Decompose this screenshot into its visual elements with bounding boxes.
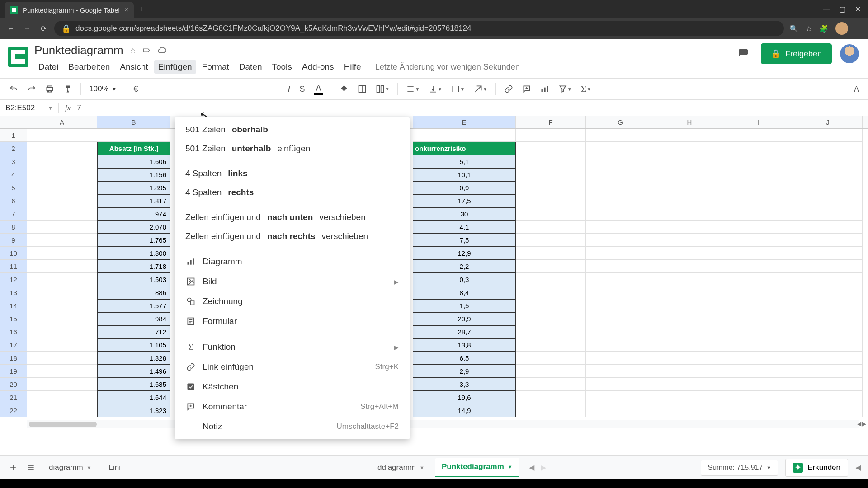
cell[interactable] — [793, 181, 863, 194]
cell[interactable] — [793, 352, 863, 365]
horizontal-scrollbar[interactable] — [27, 420, 859, 428]
currency-button[interactable]: € — [131, 82, 141, 97]
cell[interactable] — [516, 352, 586, 365]
menu-view[interactable]: Ansicht — [116, 60, 152, 74]
cell[interactable] — [655, 365, 724, 378]
cell[interactable] — [655, 181, 724, 194]
cell[interactable] — [586, 312, 655, 325]
cell[interactable] — [793, 404, 863, 417]
cell[interactable] — [586, 338, 655, 352]
cell[interactable] — [793, 273, 863, 286]
cell[interactable]: 2.070 — [97, 221, 170, 234]
cell[interactable] — [655, 378, 724, 391]
col-header-g[interactable]: G — [586, 116, 655, 128]
cell[interactable] — [655, 168, 724, 181]
undo-icon[interactable] — [6, 82, 21, 96]
valign-icon[interactable]: ▼ — [426, 82, 445, 96]
cell[interactable]: 1.300 — [97, 247, 170, 260]
cell[interactable]: 1.323 — [97, 404, 170, 417]
maximize-icon[interactable]: ▢ — [839, 5, 846, 14]
row-header[interactable]: 7 — [0, 207, 27, 221]
functions-icon[interactable]: Σ ▼ — [578, 80, 594, 98]
link-icon[interactable] — [501, 82, 516, 96]
tab-prev-icon[interactable]: ◀ — [529, 463, 534, 472]
cell[interactable]: 3,3 — [413, 378, 516, 391]
col-header-j[interactable]: J — [793, 116, 863, 128]
share-button[interactable]: 🔒 Freigeben — [761, 43, 832, 64]
cell[interactable]: 7,5 — [413, 234, 516, 247]
row-header[interactable]: 4 — [0, 168, 27, 181]
row-header[interactable]: 9 — [0, 234, 27, 247]
cell[interactable] — [655, 247, 724, 260]
cell[interactable] — [516, 365, 586, 378]
cell[interactable]: 14,9 — [413, 404, 516, 417]
cell[interactable] — [724, 273, 793, 286]
menu-edit[interactable]: Bearbeiten — [64, 60, 114, 74]
cell[interactable] — [586, 404, 655, 417]
browser-avatar[interactable] — [835, 22, 848, 35]
cell[interactable] — [793, 168, 863, 181]
cell[interactable] — [586, 299, 655, 312]
insert-cells-right[interactable]: Zellen einfügen und nach rechts verschie… — [175, 227, 410, 246]
cell[interactable] — [793, 234, 863, 247]
rotate-icon[interactable]: ▼ — [471, 82, 490, 96]
italic-icon[interactable]: I — [285, 81, 293, 97]
cell[interactable] — [655, 142, 724, 155]
insert-rows-below[interactable]: 501 Zeilen unterhalb einfügen — [175, 139, 410, 158]
cell[interactable] — [655, 352, 724, 365]
explore-button[interactable]: ✦Erkunden — [785, 459, 848, 477]
row-header[interactable]: 11 — [0, 260, 27, 273]
cell[interactable]: 4,1 — [413, 221, 516, 234]
row-header[interactable]: 1 — [0, 129, 27, 142]
filter-icon[interactable]: ▼ — [556, 82, 575, 96]
cell[interactable] — [793, 207, 863, 221]
cell[interactable] — [724, 391, 793, 404]
cell[interactable] — [724, 234, 793, 247]
row-header[interactable]: 20 — [0, 378, 27, 391]
collapse-toolbar-icon[interactable]: ᐱ — [851, 82, 862, 96]
cell[interactable] — [516, 273, 586, 286]
cell[interactable]: 6,5 — [413, 352, 516, 365]
row-header[interactable]: 2 — [0, 142, 27, 155]
insert-function[interactable]: ΣFunktion▸ — [175, 337, 410, 357]
borders-icon[interactable] — [355, 82, 369, 96]
redo-icon[interactable] — [24, 82, 39, 96]
cell[interactable] — [586, 142, 655, 155]
fill-color-icon[interactable] — [337, 82, 351, 96]
row-header[interactable]: 22 — [0, 404, 27, 417]
cell[interactable] — [724, 404, 793, 417]
cell[interactable] — [724, 325, 793, 338]
spreadsheet-grid[interactable]: A B E F G H I J 123456789101112131415161… — [0, 116, 868, 440]
print-icon[interactable] — [42, 82, 57, 96]
cell[interactable] — [586, 168, 655, 181]
cell[interactable] — [655, 273, 724, 286]
menu-file[interactable]: Datei — [34, 60, 62, 74]
text-color-icon[interactable]: A — [311, 81, 326, 98]
cell[interactable] — [655, 391, 724, 404]
reload-icon[interactable]: ⟳ — [38, 23, 49, 34]
close-window-icon[interactable]: ✕ — [855, 5, 861, 14]
menu-data[interactable]: Daten — [235, 60, 266, 74]
row-header[interactable]: 10 — [0, 247, 27, 260]
cell[interactable] — [516, 391, 586, 404]
star-icon[interactable]: ☆ — [130, 46, 136, 55]
insert-image[interactable]: Bild▸ — [175, 272, 410, 291]
comment-icon[interactable] — [519, 82, 534, 96]
cloud-icon[interactable] — [157, 46, 167, 56]
cell[interactable]: 2,2 — [413, 260, 516, 273]
cell[interactable]: 886 — [97, 286, 170, 299]
cells-area[interactable]: Absatz [in Stk.]onkurrenzrisiko1.6065,11… — [27, 129, 868, 440]
cell[interactable] — [516, 155, 586, 168]
row-header[interactable]: 18 — [0, 352, 27, 365]
cell[interactable] — [586, 260, 655, 273]
cell[interactable] — [586, 234, 655, 247]
sum-box[interactable]: Summe: 715.917▼ — [701, 460, 778, 476]
cell[interactable] — [586, 352, 655, 365]
cell[interactable] — [516, 142, 586, 155]
cell[interactable]: 1.718 — [97, 260, 170, 273]
cell[interactable]: 17,5 — [413, 194, 516, 207]
insert-drawing[interactable]: Zeichnung — [175, 291, 410, 311]
cell[interactable] — [586, 247, 655, 260]
cell[interactable]: 28,7 — [413, 325, 516, 338]
cell[interactable] — [793, 378, 863, 391]
